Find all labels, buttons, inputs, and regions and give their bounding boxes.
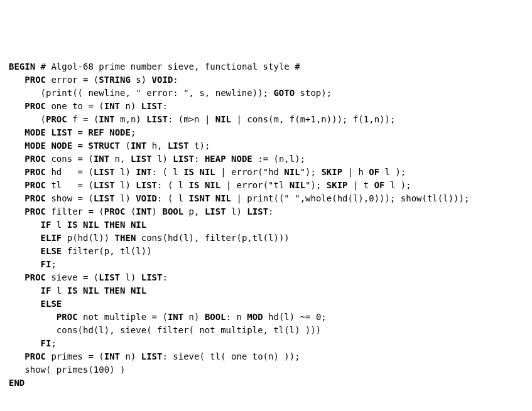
- keyword-list: LIST: [146, 114, 168, 124]
- keyword-int: INT: [104, 351, 120, 361]
- keyword-int: INT: [168, 312, 183, 322]
- code-line: cons(hd(l), sieve( filter( not multiple,…: [9, 324, 523, 337]
- keyword-list: LIST: [94, 193, 115, 203]
- keyword-heap: HEAP: [205, 154, 226, 164]
- keyword-proc: PROC: [24, 272, 46, 282]
- keyword-list: LIST: [168, 141, 189, 151]
- comment: # Algol-68 prime number sieve, functiona…: [35, 61, 300, 72]
- keyword-nil: NIL: [284, 167, 300, 177]
- keyword-if: IF: [41, 286, 52, 296]
- code-line: PROC cons = (INT n, LIST l) LIST: HEAP N…: [9, 152, 523, 166]
- code-line: FI;: [9, 258, 523, 271]
- keyword-int: INT: [131, 141, 146, 151]
- keyword-is: IS: [67, 220, 78, 230]
- keyword-of: OF: [369, 167, 379, 177]
- keyword-list: LIST: [205, 206, 226, 216]
- keyword-nil: NIL: [215, 114, 231, 124]
- code-line: PROC one to = (INT n) LIST:: [9, 100, 523, 113]
- keyword-then: THEN: [104, 220, 126, 230]
- keyword-list: LIST: [94, 167, 115, 177]
- keyword-int: INT: [94, 154, 109, 164]
- code-line: PROC sieve = (LIST l) LIST:: [9, 271, 523, 284]
- keyword-proc: PROC: [57, 312, 78, 322]
- keyword-proc: PROC: [24, 167, 46, 177]
- keyword-nil: NIL: [83, 286, 99, 296]
- keyword-list: LIST: [141, 351, 163, 361]
- keyword-node: NODE: [109, 127, 131, 137]
- code-line: (print(( newline, " error: ", s, newline…: [9, 87, 523, 100]
- code-line: ELSE filter(p, tl(l)): [9, 245, 523, 258]
- keyword-list: LIST: [94, 180, 115, 190]
- keyword-proc: PROC: [46, 114, 67, 124]
- keyword-end: END: [9, 378, 24, 388]
- keyword-nil: NIL: [131, 220, 146, 230]
- keyword-void: VOID: [152, 75, 173, 85]
- code-line: ELSE: [9, 297, 523, 311]
- keyword-is: IS: [189, 180, 200, 190]
- keyword-list: LIST: [141, 272, 163, 282]
- code-line: PROC show = (LIST l) VOID: ( l ISNT NIL …: [9, 192, 523, 205]
- keyword-elif: ELIF: [41, 233, 62, 243]
- keyword-int: INT: [136, 206, 151, 216]
- keyword-list: LIST: [51, 127, 72, 137]
- code-line: END: [9, 376, 523, 390]
- keyword-nil: NIL: [215, 193, 231, 203]
- code-line: (PROC f = (INT m,n) LIST: (m>n | NIL | c…: [9, 113, 523, 126]
- keyword-node: NODE: [51, 141, 72, 151]
- keyword-skip: SKIP: [327, 180, 348, 190]
- code-line: IF l IS NIL THEN NIL: [9, 218, 523, 232]
- keyword-fi: FI: [41, 259, 52, 269]
- keyword-int: INT: [99, 114, 114, 124]
- keyword-bool: BOOL: [162, 206, 183, 216]
- keyword-then: THEN: [115, 233, 136, 243]
- keyword-proc: PROC: [24, 154, 46, 164]
- keyword-mode: MODE: [24, 141, 46, 151]
- keyword-else: ELSE: [41, 246, 62, 256]
- keyword-list: LIST: [247, 206, 268, 216]
- code-block: BEGIN # Algol-68 prime number sieve, fun…: [9, 60, 523, 390]
- keyword-begin: BEGIN: [9, 61, 35, 72]
- keyword-string: STRING: [99, 75, 131, 85]
- keyword-is: IS: [183, 167, 194, 177]
- keyword-ref: REF: [88, 127, 104, 137]
- keyword-proc: PROC: [24, 75, 46, 85]
- keyword-proc: PROC: [104, 206, 126, 216]
- keyword-nil: NIL: [199, 167, 215, 177]
- keyword-nil: NIL: [83, 220, 99, 230]
- keyword-list: LIST: [141, 101, 163, 111]
- keyword-int: INT: [136, 167, 151, 177]
- keyword-proc: PROC: [24, 206, 46, 216]
- code-line: PROC primes = (INT n) LIST: sieve( tl( o…: [9, 350, 523, 363]
- code-line: MODE NODE = STRUCT (INT h, LIST t);: [9, 139, 523, 152]
- code-line: FI;: [9, 337, 523, 350]
- code-line: BEGIN # Algol-68 prime number sieve, fun…: [9, 60, 523, 73]
- code-line: show( primes(100) ): [9, 363, 523, 376]
- code-line: IF l IS NIL THEN NIL: [9, 284, 523, 297]
- keyword-bool: BOOL: [205, 312, 226, 322]
- keyword-list: LIST: [136, 180, 157, 190]
- keyword-proc: PROC: [24, 180, 46, 190]
- keyword-is: IS: [67, 286, 78, 296]
- code-line: ELIF p(hd(l)) THEN cons(hd(l), filter(p,…: [9, 232, 523, 245]
- keyword-mod: MOD: [247, 312, 263, 322]
- keyword-mode: MODE: [24, 127, 46, 137]
- code-line: PROC filter = (PROC (INT) BOOL p, LIST l…: [9, 205, 523, 218]
- keyword-node: NODE: [231, 154, 252, 164]
- keyword-proc: PROC: [24, 351, 46, 361]
- keyword-proc: PROC: [24, 101, 46, 111]
- keyword-int: INT: [104, 101, 120, 111]
- keyword-nil: NIL: [290, 180, 305, 190]
- keyword-if: IF: [41, 220, 52, 230]
- code-line: PROC not multiple = (INT n) BOOL: n MOD …: [9, 311, 523, 324]
- keyword-nil: NIL: [205, 180, 220, 190]
- keyword-then: THEN: [104, 286, 126, 296]
- keyword-goto: GOTO: [273, 88, 295, 98]
- keyword-skip: SKIP: [321, 167, 342, 177]
- code-line: PROC tl = (LIST l) LIST: ( l IS NIL | er…: [9, 179, 523, 192]
- code-line: PROC hd = (LIST l) INT: ( l IS NIL | err…: [9, 166, 523, 179]
- keyword-fi: FI: [41, 338, 52, 348]
- keyword-list: LIST: [131, 154, 152, 164]
- keyword-isnt: ISNT: [189, 193, 210, 203]
- keyword-of: OF: [374, 180, 385, 190]
- keyword-struct: STRUCT: [88, 141, 120, 151]
